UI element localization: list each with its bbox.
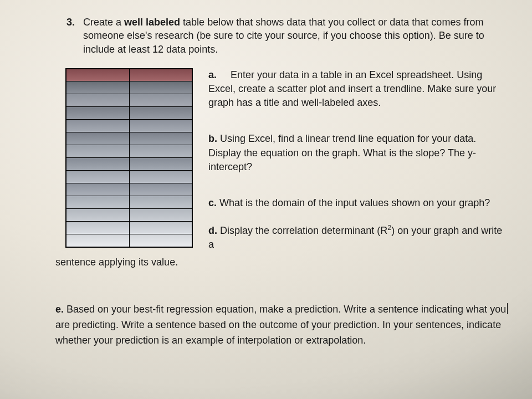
- worksheet-page: 3. Create a well labeled table below tha…: [0, 0, 532, 399]
- table-cell: [66, 107, 130, 119]
- table-row: [66, 158, 192, 171]
- part-e: e. Based on your best-fit regression equ…: [55, 302, 510, 349]
- table-cell: [66, 234, 130, 247]
- table-row: [66, 107, 192, 120]
- part-c-text: What is the domain of the input values s…: [219, 197, 490, 208]
- table-cell: [130, 196, 192, 208]
- table-cell: [66, 171, 130, 183]
- table-cell: [130, 209, 192, 221]
- part-d-tail: sentence applying its value.: [55, 255, 510, 269]
- table-cell: [130, 120, 192, 132]
- table-cell: [66, 94, 130, 106]
- question-intro: Create a well labeled table below that s…: [83, 16, 510, 56]
- table-cell: [66, 158, 130, 170]
- part-c-label: c.: [208, 197, 217, 208]
- table-cell: [66, 209, 130, 221]
- table-row: [66, 196, 192, 209]
- table-row: [66, 222, 192, 234]
- table-cell: [130, 222, 192, 234]
- table-row: [66, 234, 192, 247]
- table-cell: [66, 196, 130, 208]
- table-row: [66, 183, 192, 196]
- table-cell: [130, 183, 192, 196]
- table-cell: [130, 145, 192, 157]
- part-e-label: e.: [55, 304, 64, 315]
- table-header-cell: [130, 69, 192, 81]
- intro-bold: well labeled: [124, 17, 180, 28]
- part-b: b. Using Excel, find a linear trend line…: [208, 132, 510, 174]
- part-a: a. Enter your data in a table in an Exce…: [208, 68, 510, 110]
- table-cell: [66, 145, 130, 157]
- table-header-row: [66, 69, 192, 81]
- table-cell: [130, 94, 192, 106]
- part-d-label: d.: [208, 225, 217, 236]
- part-a-label: a.: [208, 69, 217, 80]
- part-d: d. Display the correlation determinant (…: [208, 223, 510, 252]
- table-cell: [130, 158, 192, 170]
- table-cell: [66, 222, 130, 234]
- table-row: [66, 81, 192, 94]
- content-row: a. Enter your data in a table in an Exce…: [66, 68, 510, 252]
- table-cell: [66, 120, 130, 132]
- table-cell: [130, 81, 192, 94]
- intro-pre: Create a: [83, 17, 124, 28]
- table-cell: [130, 171, 192, 183]
- part-e-text-2: are predicting. Write a sentence based o…: [55, 319, 501, 346]
- table-cell: [130, 234, 192, 247]
- part-e-text-1: Based on your best-fit regression equati…: [66, 304, 506, 315]
- subparts-column: a. Enter your data in a table in an Exce…: [208, 68, 510, 252]
- part-d-text-inline: Display the correlation determinant (R: [220, 225, 387, 236]
- text-cursor-icon: [507, 303, 508, 314]
- table-cell: [130, 132, 192, 145]
- part-a-text: Enter your data in a table in an Excel s…: [208, 69, 496, 108]
- table-cell: [66, 81, 130, 94]
- question-number: 3.: [66, 16, 75, 29]
- table-row: [66, 171, 192, 183]
- table-cell: [66, 183, 130, 196]
- part-c: c. What is the domain of the input value…: [208, 196, 510, 210]
- table-row: [66, 145, 192, 158]
- table-row: [66, 132, 192, 145]
- table-header-cell: [66, 69, 130, 81]
- table-row: [66, 209, 192, 222]
- table-row: [66, 94, 192, 107]
- blank-data-table: [65, 68, 193, 248]
- table-row: [66, 120, 192, 132]
- part-b-label: b.: [208, 133, 217, 144]
- part-b-text: Using Excel, find a linear trend line eq…: [208, 133, 476, 172]
- table-cell: [130, 107, 192, 119]
- table-cell: [66, 132, 130, 145]
